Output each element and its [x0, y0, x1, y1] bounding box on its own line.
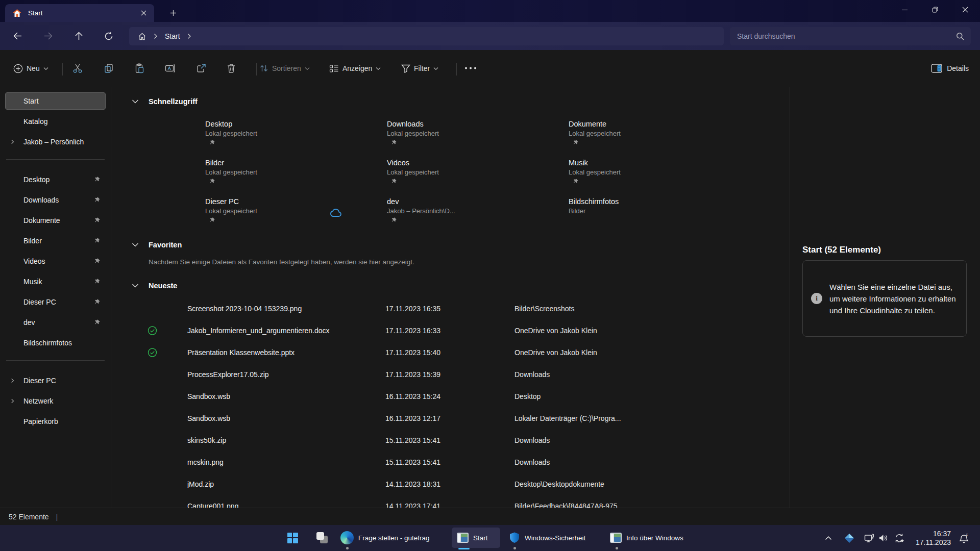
taskbar-explorer-button[interactable]: Start [452, 528, 500, 548]
cut-icon[interactable] [72, 63, 83, 73]
info-icon: i [811, 293, 822, 304]
quick-access-tile[interactable]: Desktop Lokal gespeichert [205, 115, 387, 154]
sidebar-item[interactable]: Papierkorb [5, 413, 106, 430]
sort-button[interactable]: Sortieren [259, 61, 310, 76]
quick-access-tile[interactable]: Musik Lokal gespeichert [569, 154, 750, 193]
breadcrumb[interactable]: Start [129, 27, 724, 45]
breadcrumb-home-icon[interactable] [138, 32, 146, 41]
quick-access-tile[interactable]: Bilder Lokal gespeichert [205, 154, 387, 193]
tile-subtitle: Lokal gespeichert [387, 168, 569, 176]
delete-icon[interactable] [226, 63, 236, 73]
paste-icon[interactable] [134, 63, 144, 73]
sidebar-item[interactable]: Jakob – Persönlich [5, 133, 106, 151]
notification-bell-icon[interactable]: z [954, 525, 973, 551]
quick-access-tile[interactable]: Downloads Lokal gespeichert [387, 115, 569, 154]
chevron-down-icon [433, 67, 438, 70]
task-view-button[interactable] [312, 528, 332, 548]
tray-sync-icon[interactable] [891, 525, 908, 551]
sidebar-item[interactable]: Dieser PC [5, 293, 106, 311]
tray-monitor-icon[interactable] [862, 525, 877, 551]
file-row[interactable]: Sandbox.wsb 16.11.2023 12:17 Lokaler Dat… [111, 407, 790, 429]
search-box[interactable] [730, 27, 971, 45]
restore-icon[interactable] [920, 0, 950, 19]
sidebar-item[interactable]: Desktop [5, 171, 106, 188]
search-input[interactable] [737, 32, 949, 40]
section-recent[interactable]: Neueste [111, 279, 790, 294]
view-button[interactable]: Anzeigen [329, 61, 381, 76]
file-row[interactable]: ProcessExplorer17.05.zip 17.11.2023 15:3… [111, 363, 790, 385]
refresh-icon[interactable] [99, 27, 118, 45]
section-favorites[interactable]: Favoriten [111, 238, 790, 254]
filter-button[interactable]: Filter [401, 61, 438, 76]
chevron-right-icon[interactable] [10, 398, 15, 404]
chevron-down-icon[interactable] [132, 283, 139, 288]
chevron-right-icon[interactable] [187, 33, 191, 39]
tray-app-icon[interactable] [841, 525, 857, 551]
new-button[interactable]: Neu [13, 61, 48, 76]
sidebar-item[interactable]: Dieser PC [5, 372, 106, 389]
tray-clock[interactable]: 16:37 17.11.2023 [916, 525, 951, 551]
search-icon[interactable] [956, 32, 964, 40]
more-icon[interactable] [464, 67, 477, 69]
details-pane-icon [931, 64, 942, 73]
file-row[interactable]: Jakob_Informieren_und_argumentieren.docx… [111, 319, 790, 341]
details-pane-button[interactable]: Details [931, 61, 969, 76]
chevron-down-icon[interactable] [132, 242, 139, 247]
quick-access-tile[interactable]: Dieser PC Lokal gespeichert [205, 193, 387, 232]
quick-access-tile[interactable]: Bildschirmfotos Bilder [569, 193, 750, 232]
running-indicator-dot [616, 547, 618, 549]
close-icon[interactable] [950, 0, 980, 19]
file-date: 17.11.2023 16:35 [385, 305, 440, 313]
quick-access-tile[interactable]: Videos Lokal gespeichert [387, 154, 569, 193]
chevron-down-icon[interactable] [132, 99, 139, 104]
file-row[interactable]: Capture001.png 14.11.2023 17:41 Bilder\F… [111, 495, 790, 508]
section-quick-access[interactable]: Schnellzugriff [111, 95, 790, 110]
sidebar-item[interactable]: dev [5, 314, 106, 331]
tab-close-icon[interactable] [137, 7, 150, 20]
rename-icon[interactable] [165, 63, 176, 73]
taskbar-edge-button[interactable]: Frage stellen - gutefrag [334, 528, 448, 548]
sidebar-item[interactable]: Bilder [5, 232, 106, 249]
chevron-right-icon[interactable] [10, 139, 15, 145]
chevron-right-icon[interactable] [10, 378, 15, 384]
minimize-icon[interactable] [890, 0, 920, 19]
sidebar-item[interactable]: Bildschirmfotos [5, 334, 106, 352]
sidebar-item[interactable]: Dokumente [5, 212, 106, 229]
file-row[interactable]: Sandbox.wsb 16.11.2023 15:24 Desktop [111, 385, 790, 407]
explorer-tab[interactable]: Start [5, 4, 154, 22]
file-row[interactable]: skins50k.zip 15.11.2023 15:41 Downloads [111, 429, 790, 451]
file-row[interactable]: Screenshot 2023-10-04 153239.png 17.11.2… [111, 297, 790, 319]
back-icon[interactable] [8, 27, 27, 45]
home-tab-icon [13, 9, 21, 17]
copy-icon[interactable] [104, 63, 114, 73]
forward-icon[interactable] [38, 27, 58, 45]
file-date: 14.11.2023 18:31 [385, 480, 440, 488]
breadcrumb-item[interactable]: Start [165, 32, 180, 40]
sidebar-group-top: Start Katalog Jakob – Persönlich [0, 92, 111, 151]
file-row[interactable]: mcskin.png 15.11.2023 15:41 Downloads [111, 451, 790, 473]
sidebar-item[interactable]: Videos [5, 253, 106, 270]
active-indicator-pill [458, 548, 470, 549]
share-icon[interactable] [196, 63, 206, 73]
status-separator: | [56, 513, 58, 521]
file-row[interactable]: jMod.zip 14.11.2023 18:31 Desktop\Deskto… [111, 473, 790, 495]
sidebar-item[interactable]: Netzwerk [5, 392, 106, 410]
sidebar-item[interactable]: Musik [5, 273, 106, 290]
sidebar-item[interactable]: Downloads [5, 191, 106, 209]
taskbar-security-button[interactable]: Windows-Sicherheit [503, 528, 590, 548]
quick-access-tile[interactable]: Dokumente Lokal gespeichert [569, 115, 750, 154]
navigation-bar: Start [0, 22, 980, 50]
tray-volume-icon[interactable] [876, 525, 890, 551]
file-location: Bilder\Screenshots [514, 305, 575, 313]
pin-icon [93, 237, 101, 244]
edge-icon [340, 531, 354, 544]
new-tab-icon[interactable] [166, 6, 180, 20]
up-icon[interactable] [69, 27, 88, 45]
file-row[interactable]: Präsentation Klassenwebsite.pptx 17.11.2… [111, 341, 790, 363]
start-menu-button[interactable] [282, 528, 303, 548]
sidebar-item[interactable]: Start [5, 92, 106, 110]
taskbar-winver-button[interactable]: Info über Windows [605, 528, 702, 548]
tray-chevron-up-icon[interactable] [821, 525, 836, 551]
sidebar-item[interactable]: Katalog [5, 113, 106, 130]
quick-access-tile[interactable]: dev Jakob – Persönlich\D... [387, 193, 569, 232]
